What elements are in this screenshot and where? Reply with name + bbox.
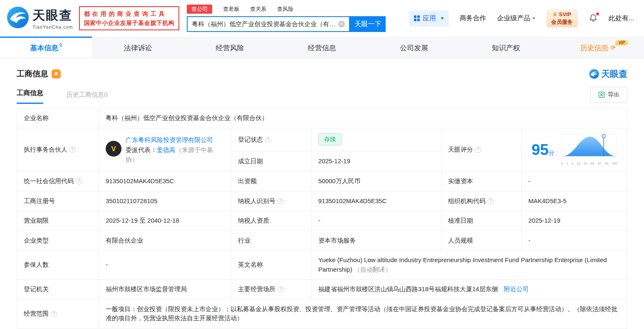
business-cooperation-link[interactable]: 商务合作 bbox=[460, 14, 486, 23]
table-row: 执行事务合伙人 V 广东粤科风险投资管理有限公司 委派代表：姜德高（来源于中基协… bbox=[17, 128, 627, 151]
field-label: 登记机关 bbox=[17, 280, 99, 300]
watermark-logo: 天眼查 bbox=[589, 68, 627, 80]
field-label: 行业 bbox=[231, 231, 312, 250]
approve-date-value: 2025-12-19 bbox=[522, 211, 627, 231]
english-name-value: Yueke (Fuzhou) Low altitude Industry Ent… bbox=[312, 250, 627, 280]
help-icon[interactable] bbox=[488, 198, 494, 204]
tab-company-development[interactable]: 公司发展 bbox=[368, 37, 460, 58]
term-value: 2025-12-19 至 2040-12-18 bbox=[99, 211, 231, 231]
capital-value: 50000万人民币 bbox=[312, 172, 441, 192]
search-tab-risk[interactable]: 查风险 bbox=[277, 5, 293, 13]
section-title: 工商信息 bbox=[17, 69, 48, 79]
paid-capital-value: - bbox=[522, 172, 627, 192]
auto-translate-note: （自动翻译） bbox=[354, 266, 391, 273]
enterprise-products-menu[interactable]: 企业级产品 bbox=[497, 14, 535, 23]
reg-no-value: 350102110728105 bbox=[99, 191, 231, 211]
field-label: 工商注册号 bbox=[17, 191, 99, 211]
table-row: 统一社会信用代码 91350102MAK4D5E35C 出资额 50000万人民… bbox=[17, 172, 627, 192]
user-menu-label: 此处有... bbox=[609, 14, 634, 23]
notification-dot bbox=[596, 12, 599, 15]
tab-history-info[interactable]: 历史信息 VIP bbox=[552, 37, 644, 58]
table-row: 登记机关 福州市鼓楼区市场监督管理局 主要经营场所 福建省福州市鼓楼区洪山镇乌山… bbox=[17, 280, 627, 300]
field-label: 纳税人资质 bbox=[231, 211, 312, 231]
promo-banner: 都在用的商业查询工具 国家中小企业发展子基金旗下机构 bbox=[79, 6, 180, 31]
field-label: 组织机构代码 bbox=[441, 191, 522, 211]
staff-size-value: - bbox=[522, 231, 627, 250]
logo-cn: 天眼查 bbox=[32, 7, 73, 24]
search-tab-boss[interactable]: 查老板 bbox=[223, 5, 239, 13]
reg-org-value: 福州市鼓楼区市场监督管理局 bbox=[99, 280, 231, 300]
partner-company-avatar: V bbox=[106, 141, 121, 157]
nearby-companies-link[interactable]: 附近公司 bbox=[504, 285, 529, 292]
field-label: 统一社会信用代码 bbox=[17, 172, 99, 192]
field-label: 企业类型 bbox=[17, 231, 99, 250]
table-row: 参保人数 - 英文名称 Yueke (Fuzhou) Low altitude … bbox=[17, 250, 627, 280]
field-label: 成立日期 bbox=[231, 151, 312, 172]
search-area: 查公司 查老板 查关系 查风险 天眼一下 bbox=[187, 5, 386, 32]
tab-operating-risk[interactable]: 经营风险 bbox=[184, 37, 276, 58]
field-label: 实缴资本 bbox=[441, 172, 522, 192]
svip-membership-button[interactable]: SVIP 会员服务 bbox=[546, 9, 578, 27]
bell-icon bbox=[589, 14, 598, 23]
business-info-table: 企业名称 粤科（福州）低空产业创业投资基金合伙企业（有限合伙） 执行事务合伙人 … bbox=[17, 108, 627, 329]
score-distribution-chart: 0131550859799100 bbox=[561, 133, 617, 167]
help-icon[interactable] bbox=[277, 286, 284, 292]
svip-sub-label: 会员服务 bbox=[551, 18, 573, 26]
export-button[interactable]: 导出 bbox=[590, 87, 627, 103]
search-tab-company[interactable]: 查公司 bbox=[187, 5, 212, 14]
tianyancha-logo[interactable]: 天眼查 TianYanCha.com bbox=[7, 6, 73, 30]
table-row: 企业类型 有限合伙企业 行业 资本市场服务 人员规模 - bbox=[17, 231, 627, 250]
search-tabs: 查公司 查老板 查关系 查风险 bbox=[187, 5, 386, 14]
table-row: 营业期限 2025-12-19 至 2040-12-18 纳税人资质 - 核准日… bbox=[17, 211, 627, 231]
field-label: 参保人数 bbox=[17, 250, 99, 280]
tab-legal-litigation[interactable]: 法律诉讼 bbox=[92, 37, 184, 58]
tab-intellectual-property[interactable]: 知识产权 bbox=[460, 37, 552, 58]
search-input-wrap bbox=[187, 16, 350, 32]
field-label: 英文名称 bbox=[231, 250, 312, 280]
org-code-value: MAK4D5E3-5 bbox=[522, 191, 627, 211]
subtab-business-info[interactable]: 工商信息 bbox=[17, 89, 43, 104]
help-icon[interactable] bbox=[475, 147, 481, 153]
industry-value: 资本市场服务 bbox=[312, 231, 441, 250]
notification-bell-button[interactable] bbox=[589, 14, 598, 23]
enterprise-products-label: 企业级产品 bbox=[497, 14, 530, 23]
field-label: 登记状态 bbox=[231, 128, 312, 151]
business-cooperation-label: 商务合作 bbox=[460, 14, 486, 23]
table-row: 工商注册号 350102110728105 纳税人识别号 91350102MAK… bbox=[17, 191, 627, 211]
search-input[interactable] bbox=[192, 21, 338, 28]
search-button[interactable]: 天眼一下 bbox=[350, 16, 386, 32]
promo-line-2: 国家中小企业发展子基金旗下机构 bbox=[84, 18, 175, 27]
establish-date-value: 2025-12-19 bbox=[312, 151, 441, 172]
tianyancha-logo-icon bbox=[589, 69, 599, 79]
main-content: 工商信息 天眼查 工商信息 历史工商信息0 导出 bbox=[0, 67, 644, 329]
search-tab-relation[interactable]: 查关系 bbox=[250, 5, 266, 13]
score-cell: 95分 bbox=[522, 128, 627, 172]
partner-company-link[interactable]: 广东粤科风险投资管理有限公司 bbox=[126, 136, 213, 143]
clear-icon[interactable] bbox=[338, 21, 345, 27]
subtab-history-business-info[interactable]: 历史工商信息0 bbox=[67, 91, 107, 104]
field-label: 人员规模 bbox=[441, 231, 522, 250]
help-icon[interactable] bbox=[277, 198, 284, 204]
insured-value: - bbox=[99, 250, 231, 280]
field-label: 纳税人识别号 bbox=[231, 191, 312, 211]
field-label: 核准日期 bbox=[441, 211, 522, 231]
tab-basic-info[interactable]: 基本信息 9 bbox=[0, 37, 92, 58]
tianyancha-logo-icon bbox=[7, 6, 29, 30]
vip-badge: VIP bbox=[615, 40, 628, 45]
user-menu[interactable]: 此处有... bbox=[609, 14, 634, 23]
help-icon[interactable] bbox=[69, 147, 76, 153]
score-value: 95 bbox=[531, 141, 548, 158]
apps-grid-icon bbox=[414, 15, 420, 21]
chevron-down-icon bbox=[532, 17, 535, 20]
field-label: 营业期限 bbox=[17, 211, 99, 231]
tab-operating-info[interactable]: 经营信息 bbox=[276, 37, 368, 58]
apps-menu-button[interactable]: 应用 bbox=[409, 10, 449, 27]
rep-name-link[interactable]: 姜德高 bbox=[157, 146, 176, 153]
rep-label: 委派代表： bbox=[126, 146, 157, 153]
help-icon[interactable] bbox=[265, 137, 271, 143]
field-label: 企业名称 bbox=[17, 108, 99, 128]
help-icon[interactable] bbox=[51, 311, 57, 317]
tab-basic-info-label: 基本信息 bbox=[30, 43, 58, 53]
subscribe-bell-button[interactable] bbox=[52, 69, 61, 79]
help-icon[interactable] bbox=[76, 178, 82, 184]
